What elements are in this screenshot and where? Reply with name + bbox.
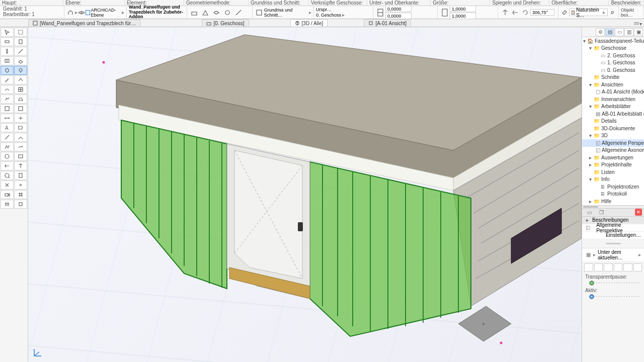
- nav-mode-settings-icon[interactable]: ⚙: [596, 28, 605, 36]
- tab-view[interactable]: [A-01 Ansicht]: [364, 19, 411, 27]
- drag-handle-icon[interactable]: [606, 243, 621, 244]
- desc-btn-4[interactable]: [614, 263, 623, 272]
- settings-link[interactable]: Einstellungen…: [606, 232, 641, 238]
- nav-item[interactable]: 🗎Projektnotizen: [582, 183, 644, 191]
- grid-tool[interactable]: [14, 190, 27, 199]
- desc-btn-1[interactable]: [584, 263, 593, 272]
- lower-bound-input[interactable]: [385, 6, 412, 12]
- wall-tool[interactable]: [1, 37, 14, 46]
- tab-object[interactable]: [Wand_Paneelfugen und Trapezblech für…: [28, 19, 140, 27]
- nav-item[interactable]: ◱Allgemeine Axonomet…: [582, 147, 644, 154]
- section-tool[interactable]: [1, 161, 14, 170]
- arrow-tool[interactable]: [1, 28, 14, 37]
- nav-item[interactable]: 📁Innenansichten: [582, 96, 644, 103]
- desc-btn-6[interactable]: [633, 263, 642, 272]
- marquee-tool[interactable]: [14, 28, 27, 37]
- nav-mode-publisher-icon[interactable]: ▣: [634, 28, 643, 36]
- nav-item[interactable]: ▾📁Arbeitsblätter: [582, 103, 644, 111]
- geom-method-4-icon[interactable]: [223, 8, 232, 17]
- nav-item[interactable]: 📁Schnitte: [582, 74, 644, 81]
- window-tool[interactable]: [1, 56, 14, 65]
- shell-tool[interactable]: [1, 85, 14, 94]
- transparency-slider[interactable]: [585, 281, 641, 286]
- nav-item[interactable]: 📁3D-Dokumente: [582, 125, 644, 132]
- tab-story[interactable]: [0. Geschoss]: [202, 19, 249, 27]
- nav-item[interactable]: ▭2. Geschoss: [582, 52, 644, 59]
- text-tool[interactable]: A: [1, 123, 14, 132]
- geom-method-5-icon[interactable]: [234, 8, 243, 17]
- story-label[interactable]: 0. Geschoss: [316, 13, 341, 18]
- door-tool[interactable]: [14, 37, 27, 46]
- line-tool[interactable]: [1, 133, 14, 142]
- elevation-tool[interactable]: [14, 161, 27, 170]
- nav-item[interactable]: ▸📁Auswertungen: [582, 154, 644, 161]
- nav-item[interactable]: ▢A-01 Ansicht (Modell…: [582, 88, 644, 96]
- geom-method-1-icon[interactable]: [190, 8, 199, 17]
- nav-item[interactable]: ▸📁Projektinhalte: [582, 161, 644, 169]
- desc-btn-5[interactable]: [623, 263, 632, 272]
- change-tool[interactable]: [1, 180, 14, 190]
- slab-tool[interactable]: [14, 56, 27, 65]
- 3d-viewport[interactable]: +: [28, 27, 582, 362]
- nav-item[interactable]: ▭1. Geschoss: [582, 59, 644, 67]
- fill-tool[interactable]: [14, 104, 27, 113]
- desc-btn-2[interactable]: [594, 263, 603, 272]
- panel-close-button[interactable]: ✕: [635, 209, 642, 216]
- panel-expand-icon[interactable]: ▭: [585, 208, 594, 217]
- paint-icon[interactable]: [561, 8, 569, 17]
- nav-item[interactable]: ▾📁3D: [582, 132, 644, 140]
- dimension-tool[interactable]: [1, 114, 14, 123]
- nav-item[interactable]: ▾📁Geschosse: [582, 45, 644, 52]
- mesh-tool[interactable]: [14, 95, 27, 104]
- layer-option-label[interactable]: Unter dem aktuellen…: [598, 249, 636, 260]
- nav-item[interactable]: ▭0. Geschoss: [582, 66, 644, 74]
- surface-chip[interactable]: Naturstein S… ▸: [569, 9, 608, 16]
- worksheet-tool[interactable]: [14, 171, 27, 180]
- floorplan-label[interactable]: Grundriss und Schnitt…: [264, 8, 309, 18]
- layers-icon[interactable]: ▦: [585, 252, 591, 258]
- zone-tool[interactable]: [1, 104, 14, 113]
- mirror-h-icon[interactable]: [501, 8, 510, 17]
- nav-mode-layout-icon[interactable]: ▥: [624, 28, 633, 36]
- morph-tool[interactable]: [1, 95, 14, 104]
- link-icon[interactable]: [608, 8, 616, 17]
- circle-tool[interactable]: [1, 152, 14, 161]
- layer-name[interactable]: ARCHICAD-Ebene: [91, 8, 122, 18]
- roof-tool[interactable]: [14, 75, 27, 84]
- nav-item[interactable]: ▤AB-01 Arbeitsblatt (U…: [582, 110, 644, 118]
- nav-root[interactable]: ▾🏠 Fassadenpaneel-Teilungen: [582, 37, 644, 45]
- nav-item[interactable]: ◱Allgemeine Perspek…: [582, 139, 644, 147]
- active-slider[interactable]: [585, 294, 641, 299]
- describe-button[interactable]: Objekt bes…: [621, 8, 641, 18]
- camera-tool[interactable]: [1, 190, 14, 199]
- tab-3d[interactable]: [3D / Alle]: [290, 19, 328, 27]
- desc-btn-3[interactable]: [604, 263, 613, 272]
- geom-method-3-icon[interactable]: [212, 8, 221, 17]
- nav-item[interactable]: ▾📁Info: [582, 176, 644, 184]
- rotation-input[interactable]: [530, 9, 554, 16]
- navigator-tree[interactable]: ▾🏠 Fassadenpaneel-Teilungen ▾📁Geschosse▭…: [582, 37, 644, 205]
- spline-tool[interactable]: [14, 142, 27, 151]
- nav-mode-project-icon[interactable]: ▤: [605, 28, 614, 36]
- lamp-tool[interactable]: [14, 66, 27, 75]
- nav-mode-view-icon[interactable]: ▭: [615, 28, 624, 36]
- eye-icon[interactable]: [78, 8, 86, 17]
- label-tool[interactable]: [14, 123, 27, 132]
- object-tool[interactable]: [1, 66, 14, 75]
- size-a-input[interactable]: [450, 6, 476, 12]
- nav-item[interactable]: 🗎Protokoll: [582, 191, 644, 198]
- detail-tool[interactable]: [1, 171, 14, 180]
- mirror-v-icon[interactable]: [511, 8, 520, 17]
- panel-dup-icon[interactable]: ❐: [597, 208, 606, 217]
- polyline-tool[interactable]: [1, 142, 14, 151]
- anchor-icon[interactable]: [67, 8, 74, 17]
- floorplan-icon[interactable]: [255, 8, 264, 17]
- railing-tool[interactable]: [1, 200, 14, 209]
- column-tool[interactable]: [1, 47, 14, 56]
- nav-scrollbar[interactable]: [582, 205, 644, 208]
- arc-tool[interactable]: [14, 133, 27, 142]
- hotspot-tool[interactable]: [14, 180, 27, 190]
- nav-item[interactable]: 📁Details: [582, 118, 644, 125]
- level-tool[interactable]: [14, 114, 27, 123]
- rotate-icon[interactable]: [521, 8, 530, 17]
